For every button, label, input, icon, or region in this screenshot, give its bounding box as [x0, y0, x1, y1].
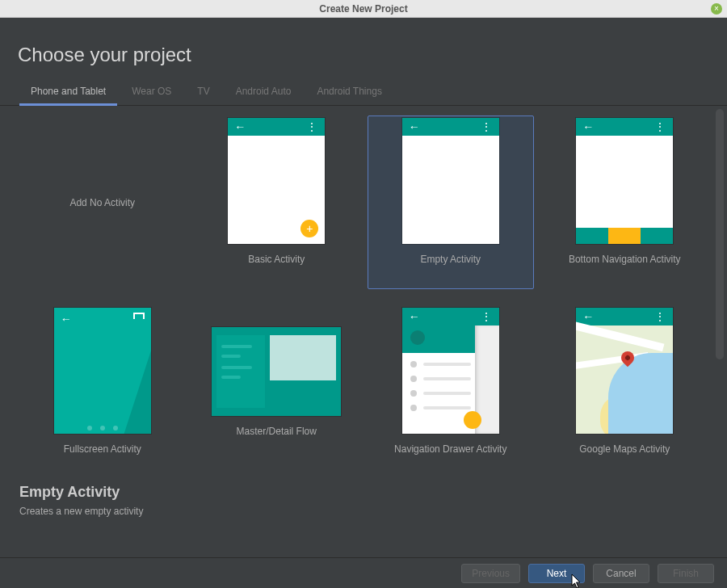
tab-android-auto[interactable]: Android Auto [234, 81, 293, 105]
cancel-button[interactable]: Cancel [593, 564, 649, 583]
overflow-icon: ⋮ [306, 121, 318, 132]
bottom-nav-bar-icon [576, 228, 673, 244]
template-thumbnail: ←⋮ + [228, 118, 325, 244]
expand-icon [133, 313, 145, 324]
back-arrow-icon: ← [409, 121, 420, 132]
window-title: Create New Project [319, 3, 407, 15]
category-tabs: Phone and Tablet Wear OS TV Android Auto… [0, 81, 727, 106]
fab-icon [464, 411, 481, 429]
template-label: Google Maps Activity [579, 443, 670, 455]
template-label: Bottom Navigation Activity [569, 254, 681, 265]
dialog-body: Choose your project Phone and Tablet Wea… [0, 18, 727, 588]
selection-description: Empty Activity Creates a new empty activ… [0, 469, 727, 522]
template-thumbnail: ← [54, 308, 151, 434]
back-arrow-icon: ← [582, 121, 594, 132]
tab-phone-tablet[interactable]: Phone and Tablet [29, 81, 107, 105]
template-thumbnail [212, 327, 341, 416]
template-master-detail-flow[interactable]: Master/Detail Flow [194, 305, 360, 466]
finish-button[interactable]: Finish [658, 564, 714, 583]
template-gallery: Add No Activity ←⋮ + Basic Activity ←⋮ E… [16, 112, 711, 469]
gallery-scrollbar[interactable] [716, 109, 724, 359]
page-title: Choose your project [0, 18, 727, 81]
tab-android-things[interactable]: Android Things [315, 81, 384, 105]
back-arrow-icon: ← [234, 121, 246, 132]
template-empty-activity[interactable]: ←⋮ Empty Activity [368, 116, 534, 289]
overflow-icon: ⋮ [481, 311, 493, 322]
template-navigation-drawer-activity[interactable]: ←⋮ Navigation Drawer Activity [368, 305, 534, 466]
fab-plus-icon: + [300, 220, 318, 237]
template-add-no-activity[interactable]: Add No Activity [19, 116, 186, 285]
template-label: Add No Activity [69, 197, 135, 208]
template-label: Basic Activity [248, 254, 305, 265]
cursor-icon [571, 574, 582, 589]
template-label: Fullscreen Activity [64, 443, 141, 455]
template-bottom-navigation-activity[interactable]: ←⋮ Bottom Navigation Activity [542, 116, 708, 289]
avatar-icon [410, 330, 425, 345]
template-thumbnail: ←⋮ [576, 308, 673, 434]
dialog-footer: Previous Next Cancel Finish [0, 557, 727, 588]
overflow-icon: ⋮ [654, 311, 666, 322]
template-label: Master/Detail Flow [237, 426, 317, 437]
template-fullscreen-activity[interactable]: ← Fullscreen Activity [19, 305, 186, 466]
template-thumbnail: ←⋮ [576, 118, 673, 244]
template-label: Empty Activity [420, 254, 481, 265]
template-basic-activity[interactable]: ←⋮ + Basic Activity [194, 116, 360, 289]
overflow-icon: ⋮ [654, 121, 666, 132]
template-thumbnail: ←⋮ [402, 118, 499, 244]
tab-tv[interactable]: TV [195, 81, 211, 105]
selection-name: Empty Activity [19, 484, 708, 501]
next-button[interactable]: Next [528, 564, 585, 583]
back-arrow-icon: ← [61, 313, 72, 326]
template-thumbnail: ←⋮ [402, 308, 499, 434]
tab-wear-os[interactable]: Wear OS [130, 81, 173, 105]
back-arrow-icon: ← [582, 311, 594, 322]
selection-text: Creates a new empty activity [19, 506, 708, 517]
overflow-icon: ⋮ [481, 121, 493, 132]
map-pin-icon [621, 351, 634, 364]
back-arrow-icon: ← [409, 311, 420, 322]
template-label: Navigation Drawer Activity [394, 443, 506, 455]
close-icon[interactable]: × [711, 3, 722, 15]
previous-button[interactable]: Previous [461, 564, 520, 583]
template-google-maps-activity[interactable]: ←⋮ Google Maps Activity [542, 305, 708, 466]
window-titlebar: Create New Project × [0, 0, 727, 18]
